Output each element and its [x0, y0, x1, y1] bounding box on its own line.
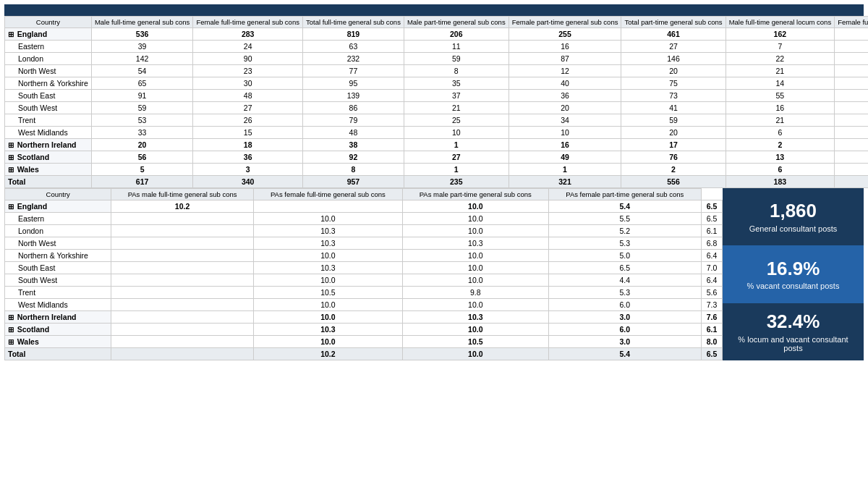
top-table: Country Male full-time general sub cons …: [4, 16, 868, 188]
table-cell: 10.0: [253, 250, 402, 262]
table-cell: 27: [404, 151, 509, 164]
table-cell: 283: [193, 28, 303, 41]
table-cell: 6: [726, 164, 835, 176]
table-cell: 461: [621, 28, 726, 41]
country-label: Total: [5, 348, 111, 360]
table-cell: 1: [404, 139, 509, 151]
table-cell: 20: [621, 127, 726, 139]
table-cell: 10.0: [402, 348, 548, 360]
table-cell: 6.0: [548, 299, 701, 311]
bottom-table: Country PAs male full-time general sub c…: [4, 188, 723, 360]
table-cell: 206: [404, 28, 509, 41]
table-cell: 9: [835, 151, 868, 164]
country-label[interactable]: ⊞ Wales: [5, 336, 111, 348]
table-cell: 10.0: [402, 225, 548, 237]
table-cell: 8.0: [701, 336, 722, 348]
table-cell: 76: [621, 151, 726, 164]
table-cell: 7: [726, 41, 835, 53]
table-cell: 21: [404, 102, 509, 114]
table-cell: 13: [726, 151, 835, 164]
table-cell: 10.3: [253, 324, 402, 336]
bot-col-pa-male-ft: PAs male full-time general sub cons: [111, 189, 253, 200]
table-cell: 16: [509, 139, 621, 151]
table-cell: 7.3: [701, 299, 722, 311]
table-cell: 59: [404, 53, 509, 65]
stat-box: 32.4%% locum and vacant consultant posts: [723, 303, 864, 360]
table-cell: 14: [835, 53, 868, 65]
table-cell: 7: [835, 77, 868, 90]
stat-value: 16.9%: [767, 258, 820, 279]
table-cell: 7.6: [701, 311, 722, 324]
table-cell: 536: [91, 28, 192, 41]
table-cell: 10.0: [253, 213, 402, 225]
table-cell: 10.0: [402, 274, 548, 287]
table-cell: 14: [726, 77, 835, 90]
table-cell: 235: [404, 176, 509, 188]
table-cell: 79: [302, 114, 404, 127]
table-cell: 21: [726, 114, 835, 127]
country-label[interactable]: ⊞ England: [5, 28, 92, 41]
table-cell: 3.0: [548, 311, 701, 324]
table-cell: 5.3: [548, 287, 701, 299]
table-cell: 38: [302, 139, 404, 151]
table-cell: 6.1: [701, 225, 722, 237]
country-label: South West: [5, 274, 111, 287]
table-cell: 59: [621, 114, 726, 127]
table-cell: 1: [404, 164, 509, 176]
table-cell: 10.2: [111, 200, 253, 213]
table-cell: 11: [404, 41, 509, 53]
table-cell: 27: [621, 41, 726, 53]
table-cell: [111, 299, 253, 311]
col-header-female-pt: Female part-time general sub cons: [509, 17, 621, 28]
stat-label: % vacant consultant posts: [747, 282, 840, 290]
table-cell: [111, 287, 253, 299]
table-cell: 6.1: [701, 324, 722, 336]
table-cell: 40: [509, 77, 621, 90]
table-cell: [111, 237, 253, 250]
country-label[interactable]: ⊞ Scotland: [5, 324, 111, 336]
country-label[interactable]: ⊞ Northern Ireland: [5, 311, 111, 324]
table-cell: 21: [726, 65, 835, 77]
table-cell: 2: [726, 139, 835, 151]
country-label: West Midlands: [5, 299, 111, 311]
table-cell: 48: [302, 127, 404, 139]
table-cell: 92: [302, 151, 404, 164]
table-cell: 70: [835, 176, 868, 188]
table-cell: [111, 250, 253, 262]
country-label[interactable]: ⊞ Wales: [5, 164, 92, 176]
table-cell: 95: [302, 77, 404, 90]
table-cell: 8: [302, 164, 404, 176]
table-cell: 53: [91, 114, 192, 127]
table-cell: 15: [193, 127, 303, 139]
table-cell: 25: [404, 114, 509, 127]
table-cell: 10.0: [402, 299, 548, 311]
table-cell: 10.0: [253, 311, 402, 324]
table-cell: 10.3: [402, 237, 548, 250]
table-cell: 16: [509, 41, 621, 53]
bottom-table-wrapper: Country PAs male full-time general sub c…: [4, 188, 723, 360]
table-cell: 36: [193, 151, 303, 164]
table-cell: 617: [91, 176, 192, 188]
country-label[interactable]: ⊞ Northern Ireland: [5, 139, 92, 151]
stats-panel: 1,860General consultant posts16.9%% vaca…: [723, 188, 864, 360]
table-cell: [253, 200, 402, 213]
table-cell: 90: [193, 53, 303, 65]
country-label[interactable]: ⊞ Scotland: [5, 151, 92, 164]
table-cell: 23: [193, 65, 303, 77]
table-cell: 255: [509, 28, 621, 41]
table-cell: 20: [621, 65, 726, 77]
table-cell: 162: [726, 28, 835, 41]
table-cell: 819: [302, 28, 404, 41]
col-header-total-ft: Total full-time general sub cons: [302, 17, 404, 28]
table-cell: 10.5: [402, 336, 548, 348]
country-label[interactable]: Total: [5, 176, 92, 188]
bottom-wrapper: Country PAs male full-time general sub c…: [4, 188, 864, 360]
table-cell: [111, 324, 253, 336]
table-cell: 10.0: [253, 336, 402, 348]
country-label[interactable]: ⊞ England: [5, 200, 111, 213]
table-cell: 20: [509, 102, 621, 114]
table-cell: 321: [509, 176, 621, 188]
table-cell: 10.2: [253, 348, 402, 360]
table-cell: 12: [509, 65, 621, 77]
table-cell: 5.6: [701, 287, 722, 299]
